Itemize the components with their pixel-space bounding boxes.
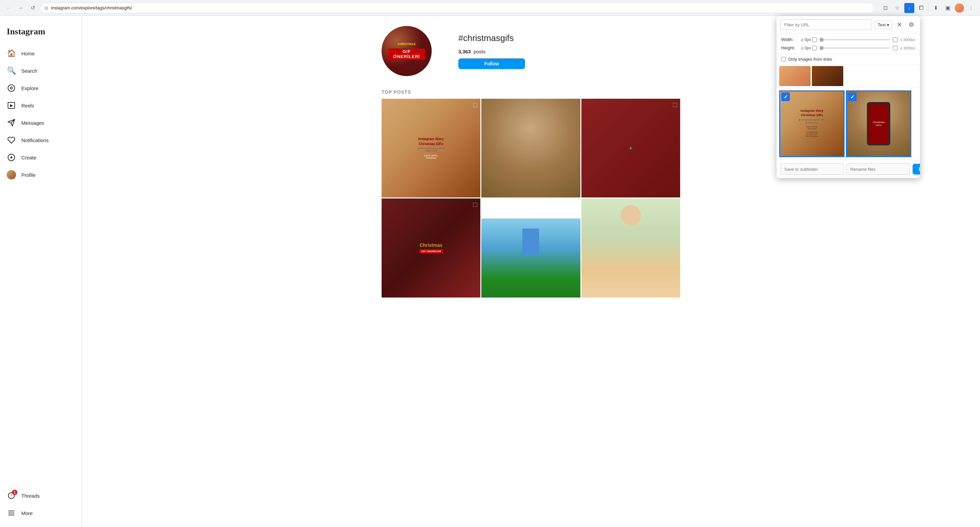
split-screen-btn[interactable]: ▣ [943, 3, 953, 13]
sidebar: Instagram 🏠 Home 🔍 Search Explore [0, 16, 82, 527]
only-images-label: Only images from links [788, 57, 832, 62]
tag-avatar: Christmas GIF ÖNERİLERİ [382, 26, 432, 76]
follow-button[interactable]: Follow [458, 58, 525, 69]
sidebar-item-search[interactable]: 🔍 Search [3, 62, 79, 80]
messages-label: Messages [21, 120, 44, 126]
extension-btn-blue[interactable]: ↓ [904, 3, 914, 13]
address-bar[interactable]: ⊙ instagram.com/explore/tags/christmasgi… [40, 3, 875, 13]
more-icon [7, 508, 16, 517]
dimension-filters: Width: ≥ 0px ≤ 3000px Height: ≥ 0px ≤ 30… [776, 34, 920, 54]
threads-label: Threads [21, 493, 40, 498]
top-posts-label: Top posts [382, 89, 680, 95]
messages-icon [7, 118, 16, 127]
reels-icon [7, 101, 16, 110]
ig-page: Christmas GIF ÖNERİLERİ #christmasgifs 3… [375, 16, 687, 298]
height-min-checkbox[interactable] [812, 46, 817, 50]
reload-button[interactable]: ↺ [28, 3, 37, 13]
width-max-text: ≤ 3000px [900, 38, 915, 42]
avatar-christmas-text: Christmas [398, 42, 415, 46]
more-label: More [21, 510, 33, 516]
threads-badge: 1 [12, 490, 18, 495]
only-images-row: Only images from links [776, 54, 920, 65]
close-popup-button[interactable]: ✕ [895, 20, 904, 29]
height-label: Height: [781, 45, 799, 50]
instagram-logo: Instagram [3, 21, 79, 45]
profile-label: Profile [21, 172, 36, 178]
profile-stats: 3,363 posts [458, 49, 680, 54]
settings-popup-button[interactable]: ⚙ [907, 20, 916, 29]
post-count: 3,363 posts [458, 49, 486, 54]
height-max-text: ≤ 3000px [900, 46, 915, 50]
avatar-gif-text: GIF ÖNERİLERİ [391, 49, 422, 59]
post-img-2 [481, 99, 580, 197]
only-images-checkbox[interactable] [781, 57, 786, 61]
sidebar-item-create[interactable]: Create [3, 149, 79, 166]
post-overlay-icon-4: ⬚ [473, 201, 478, 207]
url-filter-input[interactable] [781, 19, 872, 30]
profile-info: #christmasgifs 3,363 posts Follow [458, 33, 680, 69]
sidebar-item-notifications[interactable]: Notifications [3, 131, 79, 149]
sidebar-item-more[interactable]: More [3, 504, 79, 522]
lock-icon: ⊙ [45, 5, 48, 11]
browser-chrome: ← → ↺ ⊙ instagram.com/explore/tags/chris… [0, 0, 980, 16]
popup-header: Text ▾ ✕ ⚙ [776, 16, 920, 34]
download-button[interactable]: Download [913, 164, 920, 174]
prev-thumb-1[interactable] [779, 66, 811, 86]
popup-prev-row [776, 65, 920, 88]
width-max-checkbox[interactable] [893, 37, 897, 42]
text-dropdown[interactable]: Text ▾ [875, 21, 892, 29]
search-label: Search [21, 68, 37, 74]
post-thumb-2[interactable] [481, 99, 580, 197]
selected-checkmark-1: ✓ [781, 92, 790, 101]
extension-puzzle-btn[interactable]: ⧠ [916, 3, 926, 13]
separator [928, 4, 929, 12]
width-min-wrap: ≥ 0px [801, 37, 817, 42]
sidebar-item-threads[interactable]: 1 Threads [3, 487, 79, 504]
popup-selected-thumb-1[interactable]: Instagram Story Christmas GIFs ▶ dariasc… [779, 91, 845, 157]
back-button[interactable]: ← [4, 3, 13, 13]
hashtag-title: #christmasgifs [458, 33, 680, 43]
subfolder-input[interactable] [781, 164, 844, 175]
bookmark-button[interactable]: ☆ [892, 3, 902, 13]
forward-button[interactable]: → [16, 3, 25, 13]
width-min-checkbox[interactable] [812, 37, 817, 42]
prev-thumb-2[interactable] [812, 66, 843, 86]
height-max-checkbox[interactable] [893, 46, 897, 50]
sidebar-spacer [3, 183, 79, 487]
post-thumb-1[interactable]: Instagram Story Christmas GIFs dariascre… [382, 99, 480, 197]
sidebar-item-messages[interactable]: Messages [3, 114, 79, 131]
rename-input[interactable] [846, 164, 910, 175]
post-img-6 [581, 199, 680, 297]
sidebar-item-profile[interactable]: Profile [3, 166, 79, 183]
browser-actions: ⊡ ☆ ↓ ⧠ ⬇ ▣ ⋮ [880, 3, 976, 13]
post-thumb-5[interactable] [481, 199, 580, 297]
download-manager-btn[interactable]: ⬇ [931, 3, 941, 13]
profile-avatar-btn[interactable] [955, 3, 964, 13]
cast-button[interactable]: ⊡ [880, 3, 890, 13]
svg-point-0 [8, 85, 15, 91]
sidebar-item-reels[interactable]: Reels [3, 97, 79, 114]
threads-icon-wrap: 1 [7, 491, 16, 500]
popup-actions: Download [776, 160, 920, 178]
width-label: Width: [781, 37, 799, 42]
profile-header: Christmas GIF ÖNERİLERİ #christmasgifs 3… [382, 26, 680, 76]
post-img-1: Instagram Story Christmas GIFs dariascre… [382, 99, 480, 197]
search-icon: 🔍 [7, 66, 16, 75]
post-thumb-3[interactable]: 🎄 ⬚ [581, 99, 680, 197]
explore-icon [7, 83, 16, 93]
sidebar-item-home[interactable]: 🏠 Home [3, 45, 79, 62]
post-thumb-6[interactable] [581, 199, 680, 297]
create-icon [7, 153, 16, 162]
home-label: Home [21, 51, 35, 56]
height-min-wrap: ≥ 0px [801, 46, 817, 50]
post-thumb-4[interactable]: Christmas GIF ÖNERİLERİ ⬚ [382, 199, 480, 297]
width-slider[interactable] [819, 39, 890, 40]
popup-selected-thumb-2[interactable]: ChristmasGIFs ✓ [846, 91, 911, 157]
reels-label: Reels [21, 103, 34, 108]
width-filter-row: Width: ≥ 0px ≤ 3000px [781, 37, 915, 42]
menu-dots-btn[interactable]: ⋮ [966, 3, 976, 13]
height-filter-row: Height: ≥ 0px ≤ 3000px [781, 45, 915, 50]
sidebar-item-explore[interactable]: Explore [3, 80, 79, 97]
post-overlay-icon-3: ⬚ [673, 101, 678, 108]
height-slider[interactable] [819, 47, 890, 49]
